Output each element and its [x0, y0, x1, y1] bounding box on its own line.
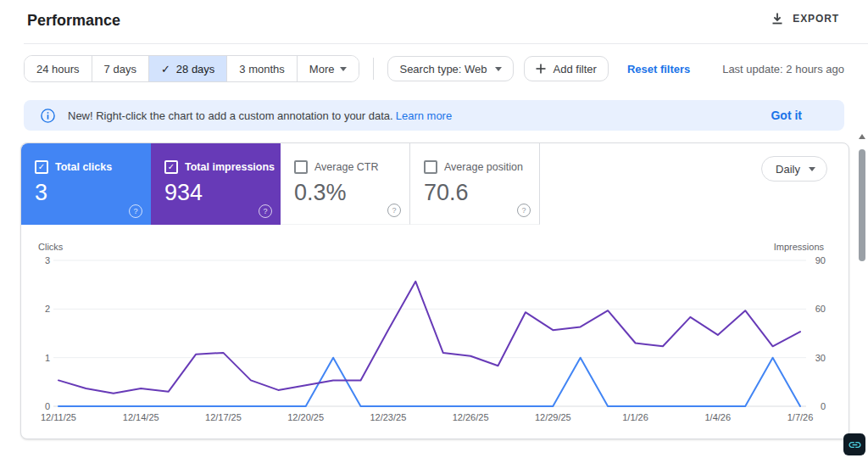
performance-card: ✓Total clicks3?✓Total impressions934?Ave…	[20, 142, 849, 439]
export-label: EXPORT	[793, 13, 839, 25]
page-title: Performance	[27, 12, 120, 30]
reset-filters-link[interactable]: Reset filters	[627, 63, 690, 75]
annotation-banner: New! Right-click the chart to add a cust…	[24, 100, 844, 131]
x-axis-tick: 12/11/25	[29, 412, 88, 422]
date-range-3-months[interactable]: 3 months	[226, 56, 296, 81]
last-update-text: Last update: 2 hours ago	[722, 63, 844, 75]
chevron-down-icon	[340, 67, 347, 71]
x-axis-tick: 12/26/25	[441, 412, 500, 422]
date-range-group: 24 hours7 days✓28 days3 monthsMore	[24, 55, 359, 82]
got-it-button[interactable]: Got it	[765, 108, 807, 123]
scrollbar-thumb[interactable]	[859, 149, 865, 261]
x-axis-tick: 1/1/26	[606, 412, 665, 422]
date-range-7-days[interactable]: 7 days	[92, 56, 148, 81]
toolbar-divider	[373, 58, 374, 80]
date-range-label: 28 days	[176, 63, 215, 75]
right-axis-tick: 60	[801, 304, 826, 314]
clicks-line	[58, 358, 800, 406]
search-type-dropdown[interactable]: Search type: Web	[387, 56, 513, 81]
date-range-label: 3 months	[239, 63, 284, 75]
impressions-line	[58, 282, 800, 394]
plus-icon	[536, 64, 546, 74]
link-badge[interactable]	[843, 433, 865, 455]
left-axis-tick: 1	[28, 353, 50, 363]
left-axis-title: Clicks	[38, 242, 63, 252]
date-range-label: More	[309, 63, 335, 75]
x-axis-tick: 1/4/26	[688, 412, 748, 422]
export-button[interactable]: EXPORT	[765, 11, 844, 26]
checkmark-icon: ✓	[161, 63, 170, 75]
right-axis-tick: 30	[801, 353, 826, 363]
right-axis-title: Impressions	[774, 242, 824, 252]
right-axis-tick: 0	[801, 401, 826, 411]
chart-canvas	[21, 143, 850, 440]
download-icon	[771, 12, 784, 25]
scroll-up-arrow-icon[interactable]	[859, 134, 865, 139]
search-console-performance-page: Performance EXPORT 24 hours7 days✓28 day…	[0, 0, 868, 458]
date-range-label: 24 hours	[36, 63, 80, 75]
date-range-label: 7 days	[104, 63, 136, 75]
left-axis-tick: 3	[28, 255, 50, 265]
date-range-28-days[interactable]: ✓28 days	[148, 56, 226, 81]
x-axis-tick: 1/7/26	[771, 412, 830, 422]
x-axis-tick: 12/20/25	[276, 412, 336, 422]
x-axis-tick: 12/23/25	[359, 412, 418, 422]
date-range-more[interactable]: More	[297, 56, 359, 81]
x-axis-tick: 12/29/25	[523, 412, 582, 422]
add-filter-label: Add filter	[554, 63, 597, 75]
x-axis-tick: 12/14/25	[111, 412, 170, 422]
link-icon	[848, 438, 862, 452]
learn-more-link[interactable]: Learn more	[396, 109, 452, 122]
chevron-down-icon	[495, 67, 502, 71]
vertical-scrollbar[interactable]	[856, 129, 868, 458]
left-axis-tick: 2	[28, 304, 50, 314]
filter-toolbar: 24 hours7 days✓28 days3 monthsMore Searc…	[24, 55, 844, 82]
info-icon	[41, 109, 55, 123]
search-type-label: Search type: Web	[399, 63, 487, 75]
right-axis-tick: 90	[801, 255, 826, 265]
left-axis-tick: 0	[28, 401, 50, 411]
page-header: Performance EXPORT	[0, 0, 868, 44]
performance-chart[interactable]: ClicksImpressions0123030609012/11/2512/1…	[21, 143, 849, 438]
x-axis-tick: 12/17/25	[193, 412, 253, 422]
date-range-24-hours[interactable]: 24 hours	[25, 56, 92, 81]
banner-message: New! Right-click the chart to add a cust…	[68, 109, 452, 122]
add-filter-button[interactable]: Add filter	[524, 56, 609, 81]
